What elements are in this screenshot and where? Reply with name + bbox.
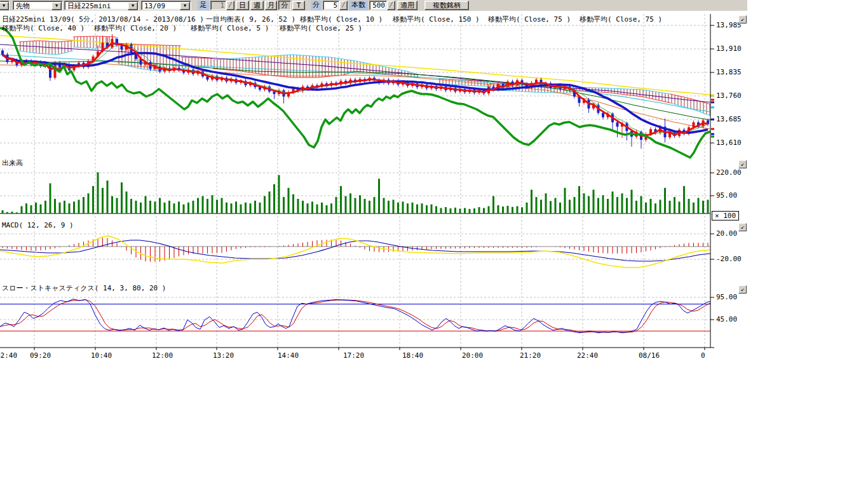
time-axis-label: 10:40 bbox=[91, 351, 112, 360]
macd-axis-label: 20.00 bbox=[716, 229, 737, 238]
legend-item: 移動平均( Close, 40 ) bbox=[2, 24, 85, 33]
time-axis-label: 12:00 bbox=[152, 351, 173, 360]
volume-multiplier-badge: × 100 bbox=[712, 211, 739, 220]
time-axis-label: 20:00 bbox=[462, 351, 483, 360]
legend-item: 移動平均( Close, 5 ) bbox=[191, 24, 269, 33]
legend-item: 移動平均( Close, 75 ) bbox=[488, 15, 571, 24]
legend-item: 移動平均( Close, 25 ) bbox=[280, 24, 362, 33]
volume-pane-label: 出来高 bbox=[2, 158, 23, 168]
legend-item: 移動平均( Close, 75 ) bbox=[580, 15, 662, 24]
time-axis-label: 02:40 bbox=[0, 351, 17, 360]
price-axis-label: 13,910 bbox=[716, 44, 742, 53]
time-axis-label: 21:20 bbox=[520, 351, 541, 360]
collapse-pane-button[interactable]: ↙ bbox=[738, 15, 747, 24]
collapse-pane-button[interactable]: ↙ bbox=[738, 160, 747, 168]
stoch-pane-label: スロー・ストキャスティクス( 14, 3, 80, 20 ) bbox=[2, 283, 166, 293]
volume-axis-label: 220.00 bbox=[716, 168, 742, 177]
stoch-axis-label: 45.00 bbox=[716, 315, 737, 323]
time-axis-label: 14:40 bbox=[278, 351, 299, 360]
chart-area: 日経225mini 13/09( 5分, 2013/08/14 - 2013/0… bbox=[0, 0, 868, 488]
time-axis-label: 18:40 bbox=[402, 351, 423, 360]
price-axis-label: 13,835 bbox=[716, 68, 742, 76]
chart-canvas[interactable] bbox=[0, 0, 756, 365]
time-axis-label: 13:20 bbox=[213, 351, 234, 360]
time-axis-label: 17:20 bbox=[343, 351, 364, 360]
macd-axis-label: -20.00 bbox=[716, 255, 742, 263]
price-axis-label: 13,685 bbox=[716, 115, 742, 123]
collapse-pane-button[interactable]: ↙ bbox=[738, 285, 747, 294]
macd-pane-label: MACD( 12, 26, 9 ) bbox=[2, 221, 74, 229]
legend-item: 移動平均( Close, 150 ) bbox=[393, 15, 480, 24]
legend-item: 移動平均( Close, 10 ) bbox=[300, 15, 383, 24]
volume-axis-label: 95.00 bbox=[716, 191, 737, 200]
price-axis-label: 13,985 bbox=[716, 21, 742, 29]
legend-item: 日経225mini 13/09( 5分, 2013/08/14 - 2013/0… bbox=[2, 15, 204, 24]
collapse-pane-button[interactable]: ↙ bbox=[738, 223, 747, 231]
legend-item: 一目均衡表( 9, 26, 52 ) bbox=[206, 15, 295, 24]
time-axis-label: 08/16 bbox=[639, 351, 660, 360]
time-axis-label: 09:20 bbox=[30, 351, 51, 360]
stoch-axis-label: 95.00 bbox=[716, 293, 737, 301]
price-axis-label: 13,760 bbox=[716, 92, 742, 100]
price-axis-label: 13,610 bbox=[716, 139, 742, 147]
legend-item: 移動平均( Close, 20 ) bbox=[94, 24, 177, 33]
time-axis-label: 22:40 bbox=[577, 351, 598, 360]
time-axis-label-partial: 0 bbox=[701, 351, 705, 360]
